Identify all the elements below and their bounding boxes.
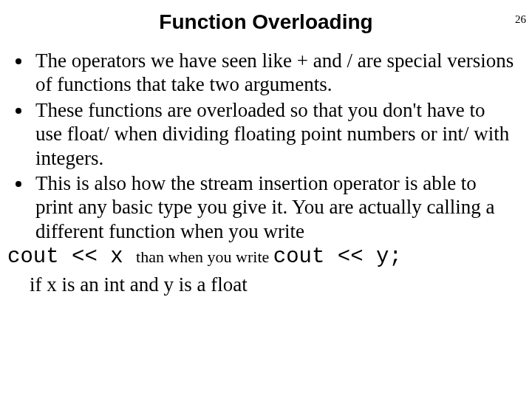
bullet-item: The operators we have seen like + and / … bbox=[33, 49, 516, 97]
trailer-text: if x is an int and y is a float bbox=[30, 273, 532, 296]
slide-title: Function Overloading bbox=[0, 10, 532, 34]
slide: 26 Function Overloading The operators we… bbox=[0, 10, 532, 399]
code-right: cout << y; bbox=[273, 245, 402, 269]
bullet-list: The operators we have seen like + and / … bbox=[33, 49, 516, 243]
bullet-item: This is also how the stream insertion op… bbox=[33, 171, 516, 243]
page-number: 26 bbox=[515, 13, 526, 26]
code-between: than when you write bbox=[136, 248, 273, 266]
code-example: cout << x than when you write cout << y; bbox=[7, 245, 532, 269]
bullet-item: These functions are overloaded so that y… bbox=[33, 98, 516, 170]
code-left: cout << x bbox=[7, 245, 136, 269]
